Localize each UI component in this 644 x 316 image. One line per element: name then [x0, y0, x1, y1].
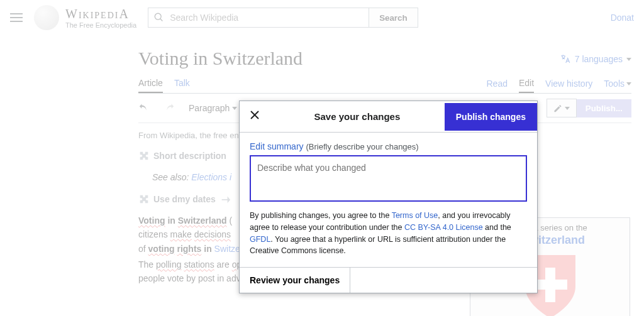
logo-subtitle: The Free Encyclopedia	[65, 21, 136, 29]
publish-button[interactable]: Publish...	[577, 99, 631, 117]
tab-tools[interactable]: Tools	[604, 79, 631, 92]
publish-changes-button[interactable]: Publish changes	[445, 103, 537, 131]
page-tabs: Article Talk Read Edit View history Tool…	[138, 78, 631, 94]
chevron-down-icon	[232, 107, 237, 110]
review-changes-button[interactable]: Review your changes	[240, 268, 350, 293]
logo-title: WikipediA	[65, 7, 136, 21]
tab-read[interactable]: Read	[487, 79, 508, 92]
see-also-link[interactable]: Elections i	[191, 172, 231, 182]
edit-mode-switcher[interactable]	[547, 99, 577, 117]
donate-link[interactable]: Donat	[611, 13, 634, 23]
return-icon	[219, 193, 231, 205]
search-button[interactable]: Search	[369, 8, 417, 27]
edit-summary-link[interactable]: Edit summary	[250, 141, 304, 151]
translate-icon	[560, 53, 571, 65]
tab-talk[interactable]: Talk	[174, 78, 190, 93]
chevron-down-icon	[626, 82, 631, 85]
search-form: Search	[148, 8, 418, 28]
terms-of-use-link[interactable]: Terms of Use	[392, 211, 438, 220]
format-dropdown[interactable]: Paragraph	[189, 103, 237, 113]
dialog-title: Save your changes	[270, 102, 445, 131]
svg-rect-1	[533, 280, 567, 290]
wikipedia-globe-icon	[34, 5, 59, 30]
edit-summary-label: Edit summary (Briefly describe your chan…	[250, 141, 527, 151]
cc-license-link[interactable]: CC BY-SA 4.0 License	[404, 223, 483, 232]
page-title: Voting in Switzerland	[138, 48, 303, 69]
tab-edit[interactable]: Edit	[519, 78, 534, 93]
site-logo[interactable]: WikipediA The Free Encyclopedia	[34, 5, 136, 30]
chevron-down-icon	[626, 58, 631, 61]
tab-history[interactable]: View history	[545, 79, 592, 92]
undo-icon[interactable]	[138, 102, 150, 115]
publish-terms-text: By publishing changes, you agree to the …	[250, 210, 527, 257]
site-header: WikipediA The Free Encyclopedia Search D…	[0, 0, 644, 35]
chevron-down-icon	[565, 107, 570, 110]
puzzle-icon	[138, 150, 150, 161]
edit-summary-input[interactable]	[250, 155, 527, 202]
gfdl-link[interactable]: GFDL	[250, 235, 270, 244]
close-icon[interactable]	[240, 101, 270, 132]
tab-article[interactable]: Article	[138, 78, 163, 93]
language-switcher[interactable]: 7 languages	[560, 53, 631, 65]
puzzle-icon	[138, 193, 150, 205]
redo-icon[interactable]	[164, 102, 175, 115]
save-changes-dialog: Save your changes Publish changes Edit s…	[239, 101, 538, 293]
hamburger-icon[interactable]	[10, 11, 23, 24]
language-count: 7 languages	[575, 54, 623, 64]
search-input[interactable]	[148, 8, 369, 27]
pencil-icon	[553, 104, 562, 112]
